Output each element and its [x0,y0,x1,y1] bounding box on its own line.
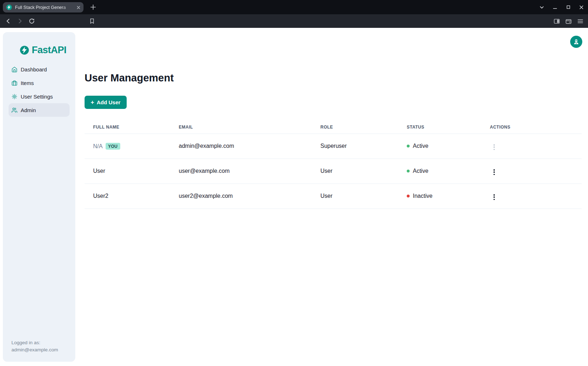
sidebar-item-label: Admin [21,107,36,113]
row-actions-menu-button[interactable] [491,193,497,201]
cell-full-name: User [85,159,170,184]
plus-icon: + [91,99,94,105]
cell-email: user2@example.com [170,184,312,209]
table-row: User2 user2@example.com User Inactive [85,184,582,209]
col-header-role: Role [312,121,398,134]
row-actions-menu-button [491,143,497,151]
briefcase-icon [11,80,17,86]
logged-in-email: admin@example.com [11,346,58,354]
cell-actions [481,184,582,209]
maximize-icon[interactable] [562,0,575,14]
window-controls [535,0,588,14]
gear-icon [11,94,17,100]
forward-icon[interactable] [17,18,23,24]
browser-tab-bar: Full Stack Project Genera [0,0,588,14]
sidebar-item-label: Dashboard [21,66,47,72]
sidebar-item-user-settings[interactable]: User Settings [9,90,70,103]
users-table: Full Name Email Role Status Actions N/AY… [85,121,582,209]
reload-icon[interactable] [29,18,35,24]
status-dot-inactive [407,195,410,197]
sidebar-item-label: Items [21,80,34,86]
sidebar-item-items[interactable]: Items [9,76,70,90]
browser-toolbar: localhost/admin 1 [0,14,588,28]
table-header-row: Full Name Email Role Status Actions [85,121,582,134]
col-header-email: Email [170,121,312,134]
fastapi-lightning-icon [20,45,29,55]
cell-full-name: N/AYOU [85,134,170,159]
user-menu-button[interactable] [570,36,582,48]
fastapi-logo: FastAPI [20,45,66,56]
back-icon[interactable] [5,18,11,24]
status-dot-active [407,145,410,147]
col-header-full-name: Full Name [85,121,170,134]
tab-title: Full Stack Project Genera [15,5,75,10]
page-title: User Management [85,72,174,84]
row-actions-menu-button[interactable] [491,168,497,176]
sidebar-item-admin[interactable]: Admin [9,103,70,117]
logo-text: FastAPI [32,45,66,56]
wallet-icon[interactable] [565,18,572,25]
cell-email: admin@example.com [170,134,312,159]
cell-role: User [312,184,398,209]
tab-close-icon[interactable] [76,5,81,10]
new-tab-icon[interactable] [90,4,96,10]
app-content: FastAPI Dashboard Items User Settings [0,28,588,366]
cell-email: user@example.com [170,159,312,184]
sidebar-item-label: User Settings [21,94,53,100]
bookmark-icon[interactable] [89,18,95,24]
sidebar-panel-icon[interactable] [553,18,560,25]
sidebar: FastAPI Dashboard Items User Settings [3,32,75,362]
add-user-button[interactable]: + Add User [85,96,127,109]
you-badge: YOU [106,143,120,150]
kebab-icon [493,144,495,150]
cell-actions [481,134,582,159]
add-user-label: Add User [97,99,121,105]
cell-full-name: User2 [85,184,170,209]
cell-status: Active [398,134,481,159]
close-window-icon[interactable] [575,0,588,14]
tab-search-chevron-icon[interactable] [535,0,548,14]
logged-in-info: Logged in as: admin@example.com [11,339,58,354]
kebab-icon [493,194,495,200]
home-icon [11,66,17,72]
sidebar-item-dashboard[interactable]: Dashboard [9,62,70,76]
menu-hamburger-icon[interactable] [577,18,584,25]
cell-status: Inactive [398,184,481,209]
minimize-icon[interactable] [548,0,562,14]
fastapi-favicon-icon [6,4,12,10]
sidebar-nav: Dashboard Items User Settings Admin [9,62,70,117]
col-header-status: Status [398,121,481,134]
col-header-actions: Actions [481,121,582,134]
browser-tab[interactable]: Full Stack Project Genera [3,2,83,12]
status-dot-active [407,170,410,172]
users-icon [11,107,17,113]
cell-status: Active [398,159,481,184]
cell-role: User [312,159,398,184]
table-row: N/AYOU admin@example.com Superuser Activ… [85,134,582,159]
cell-role: Superuser [312,134,398,159]
table-row: User user@example.com User Active [85,159,582,184]
logged-in-label: Logged in as: [11,339,58,346]
user-astronaut-icon [573,38,580,45]
cell-actions [481,159,582,184]
kebab-icon [493,169,495,175]
